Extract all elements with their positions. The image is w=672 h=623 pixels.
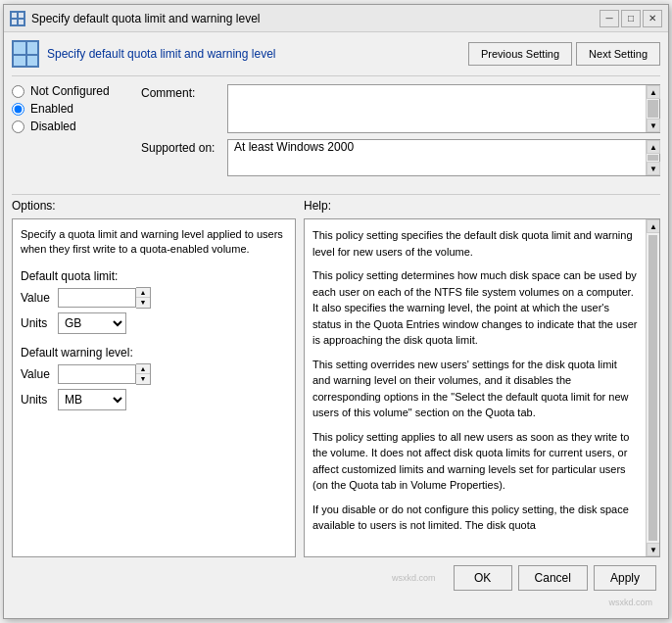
enabled-option[interactable]: Enabled [12, 102, 129, 116]
scroll-down-arrow[interactable]: ▼ [647, 119, 660, 132]
title-bar-text: Specify default quota limit and warning … [31, 12, 600, 25]
comment-row: Comment: ▲ ▼ [141, 84, 660, 133]
svg-rect-5 [27, 42, 37, 54]
header-title: Specify default quota limit and warning … [47, 47, 468, 61]
quota-spin-down[interactable]: ▼ [136, 298, 150, 308]
warning-spin-buttons: ▲ ▼ [136, 363, 151, 385]
disabled-radio[interactable] [12, 120, 24, 133]
warning-spin-down[interactable]: ▼ [136, 374, 150, 384]
quota-units-select[interactable]: KB MB GB TB [58, 312, 126, 334]
options-description: Specify a quota limit and warning level … [21, 227, 287, 258]
warning-units-label: Units [21, 393, 52, 407]
warning-level-label: Default warning level: [21, 346, 287, 359]
warning-spin-up[interactable]: ▲ [136, 364, 150, 374]
options-help-section: Options: Specify a quota limit and warni… [12, 199, 660, 557]
svg-rect-0 [12, 13, 17, 18]
quota-value-label: Value [21, 291, 52, 305]
help-scroll-thumb [648, 235, 657, 541]
comment-supported-section: Comment: ▲ ▼ Supported on: At least Wind… [141, 84, 660, 176]
supported-scroll-up[interactable]: ▲ [647, 140, 660, 154]
help-scroll-up[interactable]: ▲ [647, 219, 660, 233]
content-area: Specify default quota limit and warning … [4, 32, 668, 618]
previous-setting-button[interactable]: Previous Setting [468, 42, 572, 66]
svg-rect-4 [14, 42, 25, 54]
cancel-button[interactable]: Cancel [518, 565, 588, 591]
quota-spin-buttons: ▲ ▼ [136, 287, 151, 309]
options-panel: Options: Specify a quota limit and warni… [12, 199, 296, 557]
watermark: wsxkd.com [16, 565, 440, 591]
not-configured-radio[interactable] [12, 85, 24, 98]
warning-level-section: Default warning level: Value 900 ▲ ▼ [21, 346, 287, 414]
quota-units-row: Units KB MB GB TB [21, 312, 287, 334]
quota-units-label: Units [21, 316, 52, 330]
supported-scroll-thumb [648, 155, 658, 161]
not-configured-label: Not Configured [30, 84, 110, 98]
comment-box: ▲ ▼ [227, 84, 660, 133]
help-text: This policy setting specifies the defaul… [312, 227, 651, 534]
scroll-thumb [648, 100, 658, 118]
supported-label: Supported on: [141, 139, 219, 155]
apply-button[interactable]: Apply [594, 565, 656, 591]
quota-limit-section: Default quota limit: Value 1 ▲ ▼ [21, 269, 287, 338]
supported-value: At least Windows 2000 [228, 136, 360, 158]
close-button[interactable]: ✕ [643, 10, 662, 27]
supported-box: At least Windows 2000 ▲ ▼ [227, 139, 660, 176]
watermark-text: wsxkd.com [608, 598, 652, 607]
comment-scrollbar: ▲ ▼ [646, 85, 659, 132]
supported-scroll-down[interactable]: ▼ [647, 162, 660, 175]
header-section: Specify default quota limit and warning … [12, 40, 660, 76]
next-setting-button[interactable]: Next Setting [576, 42, 660, 66]
options-title: Options: [12, 199, 296, 213]
comment-label: Comment: [141, 84, 219, 100]
enabled-radio[interactable] [12, 103, 24, 116]
minimize-button[interactable]: ─ [600, 10, 619, 27]
help-scrollbar: ▲ ▼ [646, 219, 659, 556]
help-panel: Help: This policy setting specifies the … [304, 199, 660, 557]
help-scroll-down[interactable]: ▼ [647, 543, 660, 556]
quota-spin-up[interactable]: ▲ [136, 288, 150, 298]
help-paragraph-5: If you disable or do not configure this … [312, 502, 638, 534]
warning-value-label: Value [21, 367, 52, 381]
title-bar-controls: ─ □ ✕ [600, 10, 662, 27]
warning-input-wrap: 900 ▲ ▼ [58, 363, 151, 385]
help-paragraph-1: This policy setting specifies the defaul… [312, 227, 638, 260]
options-box: Specify a quota limit and warning level … [12, 218, 296, 557]
warning-units-row: Units KB MB GB TB [21, 389, 287, 410]
svg-rect-6 [14, 56, 25, 66]
main-window: Specify default quota limit and warning … [3, 4, 669, 619]
quota-limit-label: Default quota limit: [21, 269, 287, 283]
title-bar: Specify default quota limit and warning … [4, 5, 668, 32]
disabled-label: Disabled [30, 120, 76, 133]
disabled-option[interactable]: Disabled [12, 120, 129, 133]
supported-scrollbar: ▲ ▼ [646, 140, 659, 175]
warning-value-row: Value 900 ▲ ▼ [21, 363, 287, 385]
quota-input-wrap: 1 ▲ ▼ [58, 287, 151, 309]
not-configured-option[interactable]: Not Configured [12, 84, 129, 98]
window-icon [10, 11, 25, 26]
help-box: This policy setting specifies the defaul… [304, 218, 660, 557]
supported-row: Supported on: At least Windows 2000 ▲ ▼ [141, 139, 660, 176]
maximize-button[interactable]: □ [621, 10, 641, 27]
svg-rect-7 [27, 56, 37, 66]
section-divider [12, 194, 660, 195]
header-buttons: Previous Setting Next Setting [468, 42, 660, 66]
warning-units-select[interactable]: KB MB GB TB [58, 389, 126, 410]
radio-section: Not Configured Enabled Disabled [12, 84, 129, 174]
header-icon [12, 40, 39, 68]
ok-button[interactable]: OK [454, 565, 512, 591]
footer-buttons: wsxkd.com OK Cancel Apply [12, 557, 660, 595]
svg-rect-3 [19, 20, 24, 24]
help-paragraph-3: This setting overrides new users' settin… [312, 357, 638, 421]
scroll-up-arrow[interactable]: ▲ [647, 85, 660, 99]
warning-value-input[interactable]: 900 [58, 364, 136, 384]
help-title: Help: [304, 199, 660, 213]
help-paragraph-4: This policy setting applies to all new u… [312, 429, 638, 494]
enabled-label: Enabled [30, 102, 73, 116]
quota-value-row: Value 1 ▲ ▼ [21, 287, 287, 309]
quota-value-input[interactable]: 1 [58, 288, 136, 308]
svg-rect-2 [12, 20, 17, 24]
help-paragraph-2: This policy setting determines how much … [312, 267, 638, 349]
svg-rect-1 [19, 13, 24, 18]
